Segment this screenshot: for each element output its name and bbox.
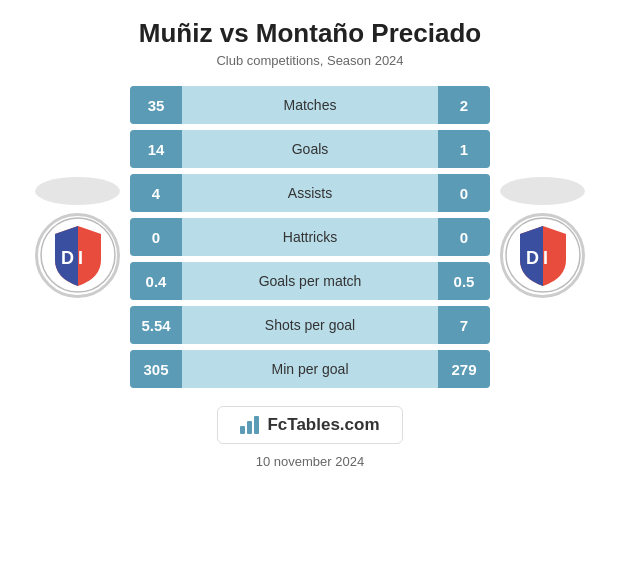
svg-text:I: I — [78, 248, 83, 268]
fctables-logo-text: FcTables.com — [267, 415, 379, 435]
right-team-logo: D I M — [500, 213, 585, 298]
stat-row: 14Goals1 — [130, 130, 490, 168]
stat-right-value: 2 — [438, 86, 490, 124]
page-subtitle: Club competitions, Season 2024 — [216, 53, 403, 68]
stat-row: 305Min per goal279 — [130, 350, 490, 388]
svg-text:M: M — [550, 251, 562, 267]
stat-left-value: 35 — [130, 86, 182, 124]
footer-date: 10 november 2024 — [256, 454, 364, 469]
stat-label: Assists — [182, 185, 438, 201]
stat-left-value: 4 — [130, 174, 182, 212]
stat-left-value: 14 — [130, 130, 182, 168]
stat-right-value: 0 — [438, 218, 490, 256]
stat-left-value: 0.4 — [130, 262, 182, 300]
stats-container: 35Matches214Goals14Assists00Hattricks00.… — [130, 86, 490, 388]
svg-text:D: D — [61, 248, 74, 268]
stat-right-value: 1 — [438, 130, 490, 168]
right-oval-decoration — [500, 177, 585, 205]
stat-label: Goals — [182, 141, 438, 157]
stat-label: Matches — [182, 97, 438, 113]
stat-label: Hattricks — [182, 229, 438, 245]
svg-text:D: D — [526, 248, 539, 268]
comparison-section: D I M 35Matches214Goals14Assists00Hattri… — [10, 86, 610, 388]
stat-right-value: 0.5 — [438, 262, 490, 300]
stat-right-value: 0 — [438, 174, 490, 212]
fctables-branding: FcTables.com — [217, 406, 402, 444]
stat-row: 5.54Shots per goal7 — [130, 306, 490, 344]
page-title: Muñiz vs Montaño Preciado — [139, 18, 481, 49]
stat-row: 0.4Goals per match0.5 — [130, 262, 490, 300]
stat-row: 0Hattricks0 — [130, 218, 490, 256]
left-logos: D I M — [35, 177, 120, 298]
page-wrapper: Muñiz vs Montaño Preciado Club competiti… — [0, 0, 620, 580]
stat-left-value: 0 — [130, 218, 182, 256]
right-logos: D I M — [500, 177, 585, 298]
stat-row: 4Assists0 — [130, 174, 490, 212]
stat-left-value: 5.54 — [130, 306, 182, 344]
svg-text:M: M — [85, 251, 97, 267]
svg-text:I: I — [543, 248, 548, 268]
bar-chart-icon — [240, 416, 259, 434]
stat-row: 35Matches2 — [130, 86, 490, 124]
left-team-logo: D I M — [35, 213, 120, 298]
stat-right-value: 279 — [438, 350, 490, 388]
stat-left-value: 305 — [130, 350, 182, 388]
stat-label: Min per goal — [182, 361, 438, 377]
stat-right-value: 7 — [438, 306, 490, 344]
stat-label: Shots per goal — [182, 317, 438, 333]
left-oval-decoration — [35, 177, 120, 205]
stat-label: Goals per match — [182, 273, 438, 289]
